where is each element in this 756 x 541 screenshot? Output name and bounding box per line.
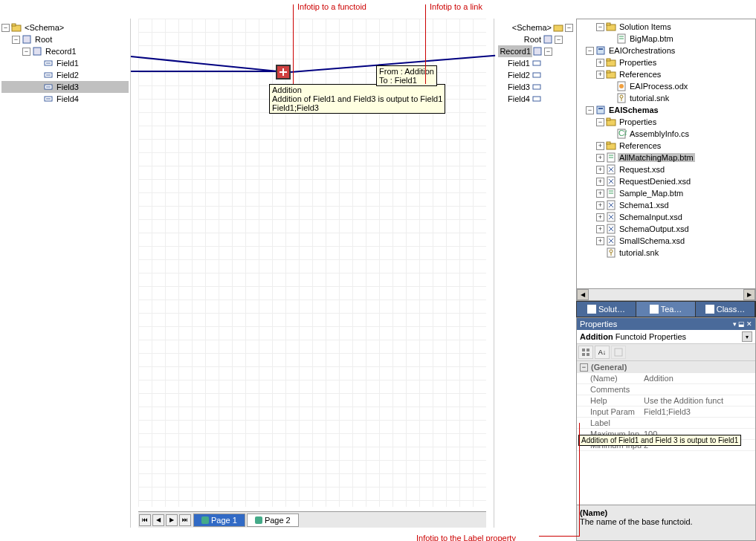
link-wire[interactable]	[131, 71, 277, 72]
tab-solution-explorer[interactable]: Solut…	[577, 302, 636, 317]
tree-root-node[interactable]: − Root	[1, 33, 129, 45]
page-tab-2[interactable]: Page 2	[247, 514, 299, 527]
tree-field[interactable]: Field1	[496, 57, 575, 69]
page-tab-bar: ⏮ ◀ ▶ ⏭ Page 1 Page 2	[138, 511, 486, 528]
expand-icon[interactable]: +	[596, 213, 604, 221]
tree-field[interactable]: Field2	[1, 69, 129, 81]
expand-icon[interactable]: +	[596, 237, 604, 245]
collapse-icon[interactable]: −	[1, 24, 10, 32]
solution-item[interactable]: tutorial.snk	[578, 247, 754, 259]
collapse-icon[interactable]: −	[586, 47, 594, 55]
svg-rect-54	[582, 349, 585, 352]
horizontal-scrollbar[interactable]: ◀ ▶	[577, 288, 755, 300]
solution-explorer[interactable]: −Solution ItemsBigMap.btm−EAIOrchestrati…	[576, 19, 756, 301]
pin-icon[interactable]: ⬓	[738, 320, 745, 328]
solution-item[interactable]: +SchemaInput.xsd	[578, 211, 754, 223]
scroll-right-button[interactable]: ▶	[743, 289, 755, 300]
nav-next-button[interactable]: ▶	[166, 514, 178, 526]
source-schema-tree[interactable]: − <Schema> − Root − Record1 Field1 Field…	[0, 19, 130, 528]
solution-item[interactable]: +SmallSchema.xsd	[578, 235, 754, 247]
solution-item[interactable]: BigMap.btm	[578, 33, 754, 45]
collapse-icon[interactable]: −	[596, 118, 604, 126]
property-category[interactable]: −(General)	[577, 361, 755, 373]
property-value[interactable]: Field1;Field3	[644, 407, 755, 416]
property-row[interactable]: Label	[577, 418, 755, 429]
tree-field[interactable]: Field1	[1, 57, 129, 69]
tab-team-explorer[interactable]: Tea…	[636, 302, 696, 317]
svg-rect-36	[598, 108, 603, 109]
tree-field[interactable]: Field3	[496, 81, 575, 93]
property-row[interactable]: HelpUse the Addition funct	[577, 395, 755, 406]
tree-field[interactable]: Field4	[496, 93, 575, 105]
solution-item[interactable]: +Sample_Map.btm	[578, 187, 754, 199]
properties-object-selector[interactable]: Addition Functoid Properties ▾	[577, 330, 755, 344]
collapse-icon[interactable]: −	[22, 48, 30, 56]
dest-schema-tree[interactable]: <Schema> − Root − Record1 − Field1 Field…	[494, 19, 576, 528]
solution-item[interactable]: +References	[578, 68, 754, 80]
solution-item[interactable]: −EAISchemas	[578, 104, 754, 116]
callout-line	[579, 423, 580, 537]
nav-prev-button[interactable]: ◀	[152, 514, 164, 526]
nav-last-button[interactable]: ⏭	[179, 514, 191, 526]
solution-item[interactable]: +RequestDenied.xsd	[578, 175, 754, 187]
solution-item[interactable]: tutorial.snk	[578, 92, 754, 104]
scroll-track[interactable]	[589, 289, 743, 300]
tree-schema-root[interactable]: <Schema> −	[496, 22, 575, 33]
tree-record-selected[interactable]: Record1 −	[496, 45, 575, 57]
collapse-icon[interactable]: −	[586, 106, 594, 114]
properties-grid[interactable]: −(General) (Name)AdditionCommentsHelpUse…	[577, 361, 755, 505]
tree-root-node[interactable]: Root −	[496, 33, 575, 45]
collapse-icon[interactable]: −	[565, 24, 573, 32]
property-row[interactable]: Input ParamField1;Field3	[577, 406, 755, 418]
tab-class-view[interactable]: Class…	[696, 302, 755, 317]
expand-icon[interactable]: +	[596, 166, 604, 174]
addition-functoid[interactable]	[276, 65, 291, 80]
tree-record-node[interactable]: − Record1	[1, 45, 129, 57]
collapse-icon[interactable]: −	[555, 36, 563, 44]
expand-icon[interactable]: +	[596, 178, 604, 186]
property-value[interactable]	[644, 418, 755, 427]
tree-field-selected[interactable]: Field3	[1, 81, 129, 93]
solution-item[interactable]: C#AssemblyInfo.cs	[578, 128, 754, 140]
collapse-icon[interactable]: −	[596, 23, 604, 31]
collapse-icon[interactable]: −	[12, 36, 20, 44]
properties-title-bar: Properties ▾⬓✕	[577, 318, 755, 330]
page-tab-1[interactable]: Page 1	[193, 514, 245, 527]
solution-item[interactable]: +Properties	[578, 56, 754, 68]
dropdown-icon[interactable]: ▾	[733, 320, 737, 328]
property-row[interactable]: (Name)Addition	[577, 373, 755, 384]
solution-item[interactable]: −Solution Items	[578, 21, 754, 33]
expand-icon[interactable]: +	[596, 71, 604, 79]
property-value[interactable]: Addition	[644, 374, 755, 383]
tree-field[interactable]: Field4	[1, 93, 129, 105]
property-row[interactable]: Comments	[577, 384, 755, 395]
solution-item[interactable]: +Schema1.xsd	[578, 199, 754, 211]
expand-icon[interactable]: +	[596, 142, 604, 150]
tree-field[interactable]: Field2	[496, 69, 575, 81]
solution-item[interactable]: EAIProcess.odx	[578, 80, 754, 92]
property-value[interactable]: Use the Addition funct	[644, 396, 755, 405]
collapse-icon[interactable]: −	[544, 48, 552, 56]
expand-icon[interactable]: +	[596, 154, 604, 162]
alphabetical-button[interactable]: A↓	[595, 346, 610, 359]
expand-icon[interactable]: +	[596, 201, 604, 210]
expand-icon[interactable]: +	[596, 189, 604, 198]
property-value[interactable]	[644, 385, 755, 394]
mapper-canvas[interactable]: Addition Addition of Field1 and Field3 i…	[130, 19, 494, 528]
solution-item[interactable]: −Properties	[578, 116, 754, 128]
solution-item[interactable]: +References	[578, 140, 754, 152]
collapse-icon[interactable]: −	[580, 363, 588, 372]
close-icon[interactable]: ✕	[746, 320, 752, 328]
expand-icon[interactable]: +	[596, 225, 604, 233]
property-pages-button[interactable]	[611, 346, 626, 359]
solution-item[interactable]: +Request.xsd	[578, 163, 754, 175]
categorized-button[interactable]	[578, 346, 593, 359]
solution-item[interactable]: −EAIOrchestrations	[578, 45, 754, 56]
nav-first-button[interactable]: ⏮	[139, 514, 151, 526]
tree-schema-root[interactable]: − <Schema>	[1, 22, 129, 33]
dropdown-icon[interactable]: ▾	[742, 331, 752, 342]
solution-item[interactable]: +AllMatchingMap.btm	[578, 152, 754, 163]
scroll-left-button[interactable]: ◀	[577, 289, 589, 300]
expand-icon[interactable]: +	[596, 59, 604, 67]
solution-item[interactable]: +SchemaOutput.xsd	[578, 223, 754, 235]
